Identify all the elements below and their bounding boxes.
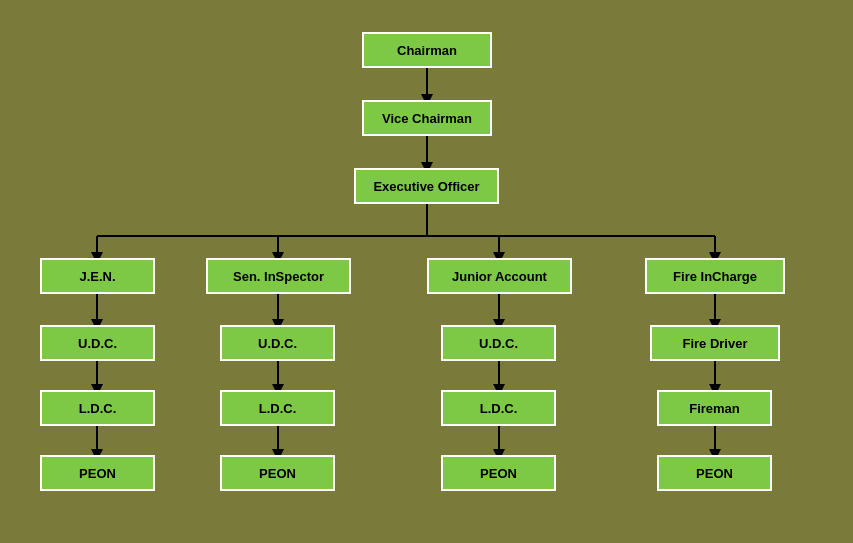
node-vice-chairman: Vice Chairman [362, 100, 492, 136]
node-udc2: U.D.C. [220, 325, 335, 361]
node-peon3: PEON [441, 455, 556, 491]
node-peon2: PEON [220, 455, 335, 491]
org-chart: Chairman Vice Chairman Executive Officer… [0, 0, 853, 543]
node-peon4: PEON [657, 455, 772, 491]
node-ldc1: L.D.C. [40, 390, 155, 426]
node-peon1: PEON [40, 455, 155, 491]
node-ldc3: L.D.C. [441, 390, 556, 426]
node-udc3: U.D.C. [441, 325, 556, 361]
node-udc1: U.D.C. [40, 325, 155, 361]
node-fire-driver: Fire Driver [650, 325, 780, 361]
node-sen-inspector: Sen. InSpector [206, 258, 351, 294]
node-fire-incharge: Fire InCharge [645, 258, 785, 294]
node-ldc2: L.D.C. [220, 390, 335, 426]
node-executive-officer: Executive Officer [354, 168, 499, 204]
node-fireman: Fireman [657, 390, 772, 426]
node-chairman: Chairman [362, 32, 492, 68]
node-junior-account: Junior Account [427, 258, 572, 294]
node-jen: J.E.N. [40, 258, 155, 294]
